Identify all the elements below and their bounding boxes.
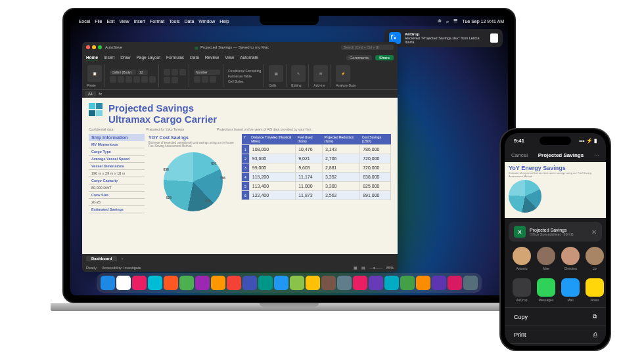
dock-app-icon[interactable] (242, 276, 257, 290)
menu-edit[interactable]: Edit (106, 19, 114, 24)
status-accessibility[interactable]: Accessibility: Investigate (102, 266, 141, 270)
zoom-level[interactable]: 85% (386, 266, 394, 270)
dock-app-icon[interactable] (116, 276, 131, 290)
share-app-notes[interactable]: Notes (586, 278, 604, 302)
editing-button[interactable]: ✎ (291, 65, 306, 82)
dock-app-icon[interactable] (290, 276, 304, 290)
contact-christina[interactable]: Christina (561, 247, 580, 270)
airdrop-notification[interactable]: AirDrop Received "Projected Savings.xlsx… (384, 29, 503, 47)
table-cell[interactable]: 1 (242, 145, 250, 154)
bold-button[interactable] (110, 76, 116, 83)
menubar-app-name[interactable]: Excel (79, 19, 90, 24)
dock-app-icon[interactable] (321, 276, 336, 290)
font-size-select[interactable]: 12 (137, 70, 148, 75)
tab-draw[interactable]: Draw (120, 55, 130, 60)
cells-button[interactable]: ▦ (269, 65, 283, 82)
dock-app-icon[interactable] (432, 276, 446, 290)
menu-format[interactable]: Format (150, 19, 164, 24)
table-cell[interactable]: 11,873 (296, 191, 323, 200)
menu-window[interactable]: Window (198, 19, 215, 24)
menu-help[interactable]: Help (219, 19, 229, 24)
comments-button[interactable]: Comments (346, 55, 372, 60)
cell-styles-button[interactable]: Cell Styles (228, 79, 261, 83)
dock-app-icon[interactable] (101, 276, 115, 290)
dock-app-icon[interactable] (132, 276, 147, 290)
dock-app-icon[interactable] (274, 276, 288, 290)
dock-app-icon[interactable] (306, 276, 320, 290)
menu-data[interactable]: Data (185, 19, 195, 24)
table-cell[interactable]: 5 (242, 182, 250, 191)
dock-app-icon[interactable] (337, 276, 352, 290)
align-center-button[interactable] (172, 69, 178, 75)
menu-view[interactable]: View (119, 19, 129, 24)
table-cell[interactable]: 720,000 (360, 154, 391, 163)
percent-button[interactable] (202, 76, 208, 83)
cell-reference[interactable]: A1 (85, 91, 96, 96)
close-button[interactable] (86, 45, 90, 49)
addins-button[interactable]: ⊞ (313, 65, 328, 82)
table-cell[interactable]: 122,400 (249, 191, 295, 200)
wrap-text-button[interactable] (164, 77, 170, 83)
close-icon[interactable]: ✕ (591, 228, 597, 236)
analyze-data-button[interactable]: ⚡ (336, 65, 350, 82)
menubar-datetime[interactable]: Tue Sep 12 9:41 AM (462, 19, 504, 24)
table-cell[interactable]: 99,000 (249, 163, 295, 173)
table-cell[interactable]: 2,881 (322, 163, 359, 173)
italic-button[interactable] (118, 76, 124, 83)
table-cell[interactable]: 113,400 (249, 182, 295, 191)
share-app-messages[interactable]: Messages (537, 278, 555, 302)
table-cell[interactable]: 2 (242, 154, 250, 163)
dock-app-icon[interactable] (416, 276, 430, 290)
conditional-formatting-button[interactable]: Conditional Formatting (228, 69, 261, 73)
table-cell[interactable]: 93,600 (249, 154, 295, 163)
table-cell[interactable]: 115,200 (249, 173, 295, 182)
tab-automate[interactable]: Automate (240, 55, 258, 60)
tab-data[interactable]: Data (190, 55, 199, 60)
merge-button[interactable] (172, 77, 178, 83)
menu-file[interactable]: File (95, 19, 102, 24)
tab-review[interactable]: Review (205, 55, 219, 60)
wifi-icon[interactable]: ⊚ (438, 18, 442, 24)
dock-app-icon[interactable] (463, 276, 478, 290)
zoom-slider[interactable]: —●—— (369, 266, 382, 270)
share-app-airdrop[interactable]: AirDrop (513, 278, 531, 302)
dock-app-icon[interactable] (195, 276, 210, 290)
share-app-mail[interactable]: Mail (561, 278, 580, 302)
tab-insert[interactable]: Insert (104, 55, 114, 60)
dock-app-icon[interactable] (211, 276, 225, 290)
table-cell[interactable]: 891,000 (360, 191, 391, 200)
table-cell[interactable]: 2,706 (322, 154, 359, 163)
maximize-button[interactable] (98, 45, 102, 49)
table-cell[interactable]: 9,603 (296, 163, 323, 173)
align-right-button[interactable] (179, 69, 186, 75)
table-cell[interactable]: 6 (242, 191, 250, 200)
tab-page-layout[interactable]: Page Layout (137, 55, 161, 60)
table-cell[interactable]: 3,562 (322, 191, 359, 200)
number-format-select[interactable]: Number (194, 70, 220, 75)
dock-app-icon[interactable] (258, 276, 273, 290)
table-cell[interactable]: 108,000 (249, 145, 295, 154)
contact-liz[interactable]: Liz (586, 247, 604, 270)
table-cell[interactable]: 11,000 (296, 182, 323, 191)
table-cell[interactable]: 838,000 (360, 173, 391, 182)
menu-tools[interactable]: Tools (169, 19, 179, 24)
table-cell[interactable]: 720,000 (360, 163, 391, 173)
fill-color-button[interactable] (141, 76, 148, 83)
table-cell[interactable]: 11,174 (296, 173, 323, 182)
tab-formulas[interactable]: Formulas (166, 55, 184, 60)
contact-mae[interactable]: Mae (537, 247, 555, 270)
table-cell[interactable]: 4 (242, 173, 250, 182)
minimize-button[interactable] (92, 45, 96, 49)
table-cell[interactable]: 3 (242, 163, 250, 173)
comma-button[interactable] (210, 76, 216, 83)
dock-app-icon[interactable] (400, 276, 415, 290)
contact-antonio[interactable]: Antonio (513, 247, 531, 270)
dock-app-icon[interactable] (164, 276, 178, 290)
currency-button[interactable] (194, 76, 200, 83)
menu-insert[interactable]: Insert (134, 19, 146, 24)
tell-me-search[interactable]: Search (Cmd + Ctrl + U) (341, 45, 394, 50)
dock-app-icon[interactable] (448, 276, 462, 290)
cancel-button[interactable]: Cancel (511, 152, 528, 158)
sheet-tab-dashboard[interactable]: Dashboard (86, 256, 117, 261)
table-cell[interactable]: 3,352 (322, 173, 359, 182)
